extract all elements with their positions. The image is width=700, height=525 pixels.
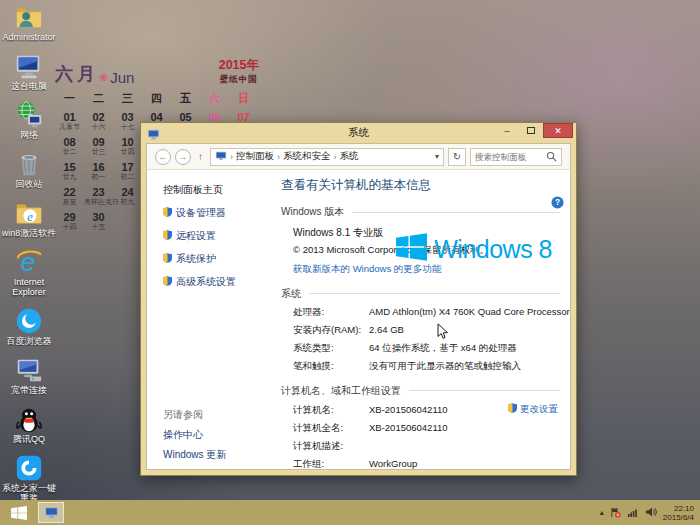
section-title: 系统 <box>281 287 301 301</box>
weekday: 四 <box>142 91 171 106</box>
windows8-logo: Windows 8 <box>396 233 552 265</box>
desktop-icon-label: win8激活软件 <box>2 228 57 238</box>
address-bar[interactable]: › 控制面板 › 系统和安全 › 系统 ▾ <box>210 148 444 166</box>
desktop-icon-win8-activation[interactable]: e win8激活软件 <box>0 198 58 238</box>
taskbar-clock[interactable]: 22:10 2015/6/4 <box>663 504 694 522</box>
system-home-icon <box>14 453 44 483</box>
sidebar-item-label: 设备管理器 <box>176 206 226 220</box>
svg-text:e: e <box>27 209 33 224</box>
weekday: 二 <box>84 91 113 106</box>
sidebar-item-windows-update[interactable]: Windows 更新 <box>163 448 226 462</box>
back-button[interactable]: ← <box>155 149 171 165</box>
internet-explorer-icon: e <box>14 247 44 277</box>
sidebar-item-system-protection[interactable]: 系统保护 <box>163 252 269 266</box>
sidebar-item-action-center[interactable]: 操作中心 <box>163 428 226 442</box>
breadcrumb-system-security[interactable]: 系统和安全 <box>283 150 331 163</box>
calendar-day: 17初二 <box>113 161 142 181</box>
shield-icon <box>163 276 172 288</box>
desktop-icon-internet-explorer[interactable]: e Internet Explorer <box>0 247 58 297</box>
desktop-icon-label: 这台电脑 <box>11 81 47 91</box>
section-rule <box>409 390 560 391</box>
desktop-icon-this-pc[interactable]: 这台电脑 <box>0 51 58 91</box>
taskbar-app-system[interactable] <box>38 502 64 523</box>
up-button[interactable]: ↑ <box>195 151 206 162</box>
desktop-icon-administrator[interactable]: Administrator <box>0 2 58 42</box>
section-rule <box>309 293 560 294</box>
calendar-day: 10廿四 <box>113 136 142 156</box>
window-controls: – ✕ <box>495 123 573 138</box>
see-also-heading: 另请参阅 <box>163 408 226 422</box>
change-settings-label: 更改设置 <box>520 403 558 416</box>
desktop-icon-label: Administrator <box>2 32 55 42</box>
desktop-icon-baidu-browser[interactable]: 百度浏览器 <box>0 306 58 346</box>
change-settings-link[interactable]: 更改设置 <box>508 403 560 416</box>
main-panel: ? 查看有关计算机的基本信息 Windows 版本 Windows 8.1 专业… <box>269 171 570 469</box>
sidebar-item-label: 系统保护 <box>176 252 216 266</box>
calendar-day: 03十七 <box>113 111 142 131</box>
maximize-button[interactable] <box>519 123 543 138</box>
breadcrumb-control-panel[interactable]: 控制面板 <box>236 150 274 163</box>
user-folder-icon <box>14 2 44 32</box>
desktop-icon-broadband[interactable]: 宽带连接 <box>0 355 58 395</box>
navigation-toolbar: ← → ↑ › 控制面板 › 系统和安全 › 系统 ▾ ↻ <box>147 144 570 170</box>
calendar-header: 六月 ❀ Jun 2015年 壁纸中国 <box>55 58 259 86</box>
search-input[interactable] <box>475 152 546 162</box>
info-row-workgroup: 工作组:WorkGroup <box>293 458 560 470</box>
flower-icon: ❀ <box>99 71 108 84</box>
refresh-button[interactable]: ↻ <box>448 148 466 166</box>
desktop-icon-recycle-bin[interactable]: 回收站 <box>0 149 58 189</box>
calendar-day: 08廿二 <box>55 136 84 156</box>
calendar-day: 22夏至 <box>55 186 84 206</box>
info-row-description: 计算机描述: <box>293 440 560 453</box>
help-icon[interactable]: ? <box>551 195 564 213</box>
breadcrumb-computer-icon <box>215 150 227 164</box>
clock-date: 2015/6/4 <box>663 513 694 522</box>
calendar-year: 2015年 <box>219 58 259 72</box>
window-content: 控制面板主页 设备管理器 远程设置 系统保护 <box>147 171 570 469</box>
window-body: ← → ↑ › 控制面板 › 系统和安全 › 系统 ▾ ↻ <box>146 143 571 470</box>
section-computer-name: 计算机名、域和工作组设置 <box>281 384 560 398</box>
shield-icon <box>508 403 517 415</box>
weekday: 一 <box>55 91 84 106</box>
svg-text:?: ? <box>555 197 560 207</box>
info-row-system-type: 系统类型:64 位操作系统，基于 x64 的处理器 <box>293 342 560 355</box>
mouse-cursor <box>437 323 448 344</box>
calendar-day: 09廿三 <box>84 136 113 156</box>
folder-browser-icon: e <box>14 198 44 228</box>
breadcrumb-system[interactable]: 系统 <box>340 150 359 163</box>
recycle-bin-icon <box>14 149 44 179</box>
weekday: 六 <box>200 91 229 106</box>
volume-icon[interactable] <box>645 504 657 522</box>
start-button[interactable] <box>8 500 30 525</box>
broadband-connection-icon <box>14 355 44 385</box>
desktop-icon-system-home[interactable]: 系统之家一键重装 <box>0 453 58 503</box>
address-dropdown-icon[interactable]: ▾ <box>435 152 439 161</box>
desktop-icon-column: Administrator 这台电脑 网络 回收站 e win8激活软件 e I… <box>0 2 58 503</box>
sidebar-item-device-manager[interactable]: 设备管理器 <box>163 206 269 220</box>
crumb-separator-icon: › <box>334 152 337 162</box>
search-box[interactable] <box>470 148 562 166</box>
sidebar-item-remote-settings[interactable]: 远程设置 <box>163 229 269 243</box>
calendar-day: 30十五 <box>84 211 113 231</box>
minimize-button[interactable]: – <box>495 123 519 138</box>
network-icon[interactable] <box>627 504 639 522</box>
calendar-weekday-row: 一 二 三 四 五 六 日 <box>55 91 259 106</box>
desktop-icon-label: 宽带连接 <box>11 385 47 395</box>
sidebar-item-control-panel-home[interactable]: 控制面板主页 <box>163 183 269 197</box>
tray-expand-icon[interactable]: ▴ <box>600 508 604 517</box>
info-row-ram: 安装内存(RAM):2.64 GB <box>293 324 560 337</box>
shield-icon <box>163 253 172 265</box>
close-button[interactable]: ✕ <box>543 123 573 138</box>
sidebar-item-advanced-settings[interactable]: 高级系统设置 <box>163 275 269 289</box>
desktop-icon-network[interactable]: 网络 <box>0 100 58 140</box>
forward-button[interactable]: → <box>175 149 191 165</box>
action-center-flag-icon[interactable] <box>610 504 621 522</box>
info-row-pen-touch: 笔和触摸:没有可用于此显示器的笔或触控输入 <box>293 360 560 373</box>
clock-time: 22:10 <box>674 504 694 513</box>
calendar-day: 16初一 <box>84 161 113 181</box>
info-row-full-name: 计算机全名:XB-201506042110 <box>293 422 560 435</box>
calendar-year-block: 2015年 壁纸中国 <box>219 58 259 85</box>
section-rule <box>352 212 560 213</box>
shield-icon <box>163 207 172 219</box>
desktop-icon-qq[interactable]: 腾讯QQ <box>0 404 58 444</box>
